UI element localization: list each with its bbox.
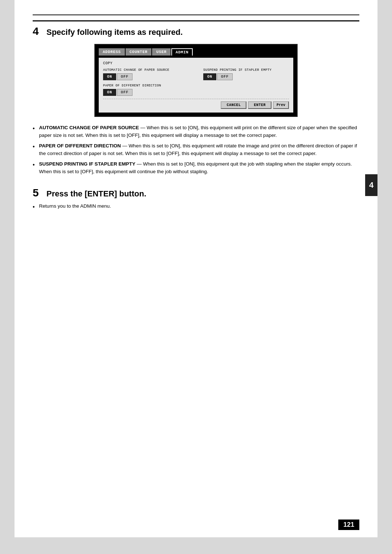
- step4-heading: 4 Specify following items as required.: [33, 20, 359, 37]
- option3-label: PAPER OF DIFFERENT DIRECTION: [103, 84, 289, 87]
- bullet-text-3: SUSPEND PRINTING IF STAPLER EMPTY — When…: [39, 160, 359, 176]
- step4-number: 4: [33, 25, 43, 37]
- panel-content: COPY AUTOMATIC CHANGE OF PAPER SOURCE ON…: [99, 58, 293, 113]
- option-auto-paper: AUTOMATIC CHANGE OF PAPER SOURCE ON OFF: [103, 68, 189, 80]
- page-number: 121: [338, 520, 359, 530]
- step5-number: 5: [33, 187, 43, 199]
- list-item: SUSPEND PRINTING IF STAPLER EMPTY — When…: [33, 160, 359, 176]
- list-item: AUTOMATIC CHANGE OF PAPER SOURCE — When …: [33, 124, 359, 139]
- bullet-list: AUTOMATIC CHANGE OF PAPER SOURCE — When …: [33, 124, 359, 176]
- step4-title: Specify following items as required.: [46, 28, 183, 37]
- tab-counter[interactable]: COUNTER: [126, 48, 152, 56]
- bullet-text-2: PAPER OF DIFFERENT DIRECTION — When this…: [39, 142, 359, 158]
- option-different-direction: PAPER OF DIFFERENT DIRECTION ON OFF: [103, 84, 289, 96]
- option1-on-button[interactable]: ON: [103, 73, 116, 80]
- prev-button[interactable]: Prev: [273, 101, 289, 109]
- bullet-bold-2: PAPER OF DIFFERENT DIRECTION: [39, 143, 121, 148]
- side-tab: 4: [365, 174, 377, 196]
- step5-heading: 5 Press the [ENTER] button.: [33, 187, 359, 199]
- bullet-text-1: AUTOMATIC CHANGE OF PAPER SOURCE — When …: [39, 124, 359, 139]
- option1-label: AUTOMATIC CHANGE OF PAPER SOURCE: [103, 68, 189, 72]
- option3-btn-group: ON OFF: [103, 89, 289, 96]
- option2-btn-group: ON OFF: [203, 73, 289, 80]
- options-row: AUTOMATIC CHANGE OF PAPER SOURCE ON OFF …: [103, 68, 289, 80]
- list-item: Returns you to the ADMIN menu.: [33, 203, 359, 212]
- tab-admin[interactable]: ADMIN: [171, 48, 193, 56]
- option2-on-button[interactable]: ON: [203, 73, 216, 80]
- step5-title: Press the [ENTER] button.: [46, 189, 146, 199]
- list-item: PAPER OF DIFFERENT DIRECTION — When this…: [33, 142, 359, 158]
- bullet-bold-3: SUSPEND PRINTING IF STAPLER EMPTY: [39, 161, 135, 167]
- option1-off-button[interactable]: OFF: [117, 73, 132, 80]
- tab-bar: ADDRESS COUNTER USER ADMIN: [99, 48, 293, 56]
- step5-bullet-list: Returns you to the ADMIN menu.: [33, 203, 359, 212]
- tab-user[interactable]: USER: [152, 48, 170, 56]
- enter-button[interactable]: ENTER: [248, 101, 271, 109]
- ui-panel: ADDRESS COUNTER USER ADMIN COPY AUTOMATI…: [94, 44, 298, 117]
- option3-off-button[interactable]: OFF: [117, 89, 132, 96]
- option3-on-button[interactable]: ON: [103, 89, 116, 96]
- bullet-bold-1: AUTOMATIC CHANGE OF PAPER SOURCE: [39, 125, 139, 130]
- step5-bullet-text: Returns you to the ADMIN menu.: [39, 203, 111, 210]
- cancel-button[interactable]: CANCEL: [221, 101, 246, 109]
- option1-btn-group: ON OFF: [103, 73, 189, 80]
- panel-footer: CANCEL ENTER Prev: [103, 99, 289, 109]
- option2-off-button[interactable]: OFF: [217, 73, 233, 80]
- section-title: COPY: [103, 61, 289, 65]
- tab-address[interactable]: ADDRESS: [99, 48, 125, 56]
- option2-label: SUSPEND PRINTING IF STAPLER EMPTY: [203, 68, 289, 72]
- option-suspend-stapler: SUSPEND PRINTING IF STAPLER EMPTY ON OFF: [203, 68, 289, 80]
